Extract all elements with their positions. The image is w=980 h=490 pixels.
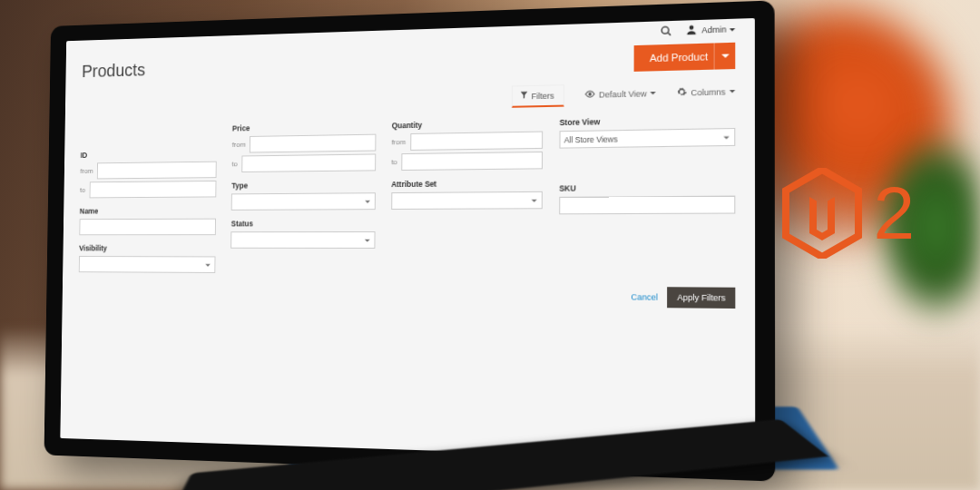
- gear-icon: [678, 87, 688, 99]
- filter-sku: SKU: [559, 182, 735, 214]
- default-view-label: Default View: [599, 89, 647, 99]
- columns-label: Columns: [691, 87, 725, 97]
- filters-toggle[interactable]: Filters: [511, 84, 564, 108]
- filters-panel: ID from to Name: [63, 109, 755, 284]
- columns-toggle[interactable]: Columns: [678, 86, 736, 99]
- filters-col-3: Quantity from to Attribute Set: [391, 118, 543, 210]
- type-select[interactable]: [231, 192, 376, 211]
- laptop-bezel: Admin Products Add Product: [44, 0, 776, 481]
- attribute-set-label: Attribute Set: [391, 179, 543, 190]
- filters-label: Filters: [532, 91, 554, 101]
- chevron-down-icon: [730, 28, 735, 34]
- svg-marker-4: [786, 170, 858, 257]
- svg-point-2: [690, 25, 694, 30]
- add-product-label: Add Product: [650, 51, 708, 64]
- filter-quantity: Quantity from to: [391, 118, 543, 171]
- caret-down-icon: [651, 92, 656, 97]
- qty-to-input[interactable]: [402, 152, 543, 171]
- visibility-select[interactable]: [79, 256, 216, 273]
- admin-label: Admin: [701, 24, 726, 34]
- caret-down-icon: [730, 90, 735, 95]
- store-view-value: All Store Views: [564, 134, 618, 144]
- funnel-icon: [520, 91, 528, 101]
- status-select[interactable]: [230, 231, 375, 249]
- add-product-dropdown[interactable]: [714, 43, 736, 70]
- filter-actions: Cancel Apply Filters: [63, 279, 755, 309]
- filter-visibility: Visibility: [79, 244, 216, 273]
- status-label: Status: [231, 219, 376, 228]
- default-view-toggle[interactable]: Default View: [585, 89, 657, 100]
- quantity-label: Quantity: [392, 118, 544, 130]
- filters-col-1: ID from to Name: [79, 124, 218, 273]
- svg-point-0: [662, 26, 670, 34]
- attribute-set-select[interactable]: [391, 191, 543, 210]
- apply-filters-button[interactable]: Apply Filters: [668, 287, 736, 309]
- admin-screen: Admin Products Add Product: [60, 18, 755, 461]
- filter-id: ID from to: [80, 149, 217, 198]
- filters-col-2: Price from to Type: [230, 122, 376, 249]
- price-from-label: from: [232, 141, 246, 149]
- sku-input[interactable]: [559, 196, 735, 215]
- page-title: Products: [82, 60, 145, 82]
- svg-line-1: [669, 33, 671, 35]
- cancel-link[interactable]: Cancel: [631, 292, 658, 302]
- laptop: Admin Products Add Product: [18, 13, 762, 466]
- id-from-label: from: [80, 167, 93, 175]
- svg-point-3: [589, 93, 591, 94]
- price-from-input[interactable]: [250, 134, 376, 153]
- filter-store-view: Store View All Store Views: [559, 114, 735, 148]
- qty-from-label: from: [391, 138, 406, 146]
- magento-hex-icon: [782, 168, 862, 259]
- name-label: Name: [80, 206, 217, 215]
- filter-status: Status: [230, 219, 375, 249]
- add-product-button[interactable]: Add Product: [634, 43, 735, 72]
- name-input[interactable]: [79, 219, 216, 236]
- id-label: ID: [81, 149, 218, 160]
- price-to-input[interactable]: [241, 153, 376, 172]
- type-label: Type: [231, 180, 375, 190]
- caret-down-icon: [721, 54, 730, 63]
- price-to-label: to: [232, 160, 238, 168]
- sku-label: SKU: [559, 182, 735, 193]
- visibility-label: Visibility: [79, 244, 216, 253]
- id-to-label: to: [80, 186, 85, 194]
- magento-two-text: 2: [873, 176, 915, 250]
- admin-user[interactable]: Admin: [686, 23, 735, 36]
- id-from-input[interactable]: [97, 162, 217, 180]
- filter-type: Type: [231, 180, 376, 211]
- filters-col-4: Store View All Store Views SKU: [559, 114, 735, 214]
- store-view-select[interactable]: All Store Views: [559, 128, 735, 149]
- filter-name: Name: [79, 206, 216, 235]
- filter-price: Price from to: [231, 122, 376, 172]
- qty-from-input[interactable]: [410, 132, 543, 151]
- id-to-input[interactable]: [89, 181, 216, 198]
- price-label: Price: [232, 122, 376, 133]
- store-view-label: Store View: [560, 114, 736, 127]
- user-icon: [686, 24, 699, 36]
- magento2-logo: 2: [782, 168, 915, 259]
- qty-to-label: to: [391, 158, 397, 166]
- filter-attribute-set: Attribute Set: [391, 179, 543, 210]
- eye-icon: [585, 90, 595, 99]
- search-icon[interactable]: [661, 24, 673, 37]
